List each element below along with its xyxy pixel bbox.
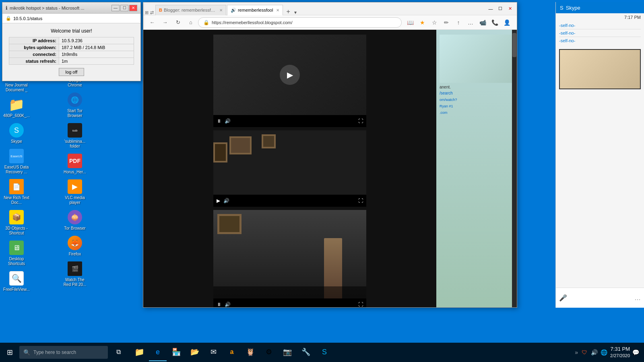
share-icon[interactable]: ↑ bbox=[453, 17, 464, 28]
taskbar-amazon[interactable]: a bbox=[223, 343, 241, 361]
volume-button-1[interactable]: 🔊 bbox=[225, 118, 231, 124]
collections-icon[interactable]: ☆ bbox=[429, 17, 440, 28]
video-screen-3 bbox=[213, 210, 366, 298]
taskbar-skype[interactable]: S bbox=[316, 343, 333, 361]
notes-icon[interactable]: ✏ bbox=[441, 17, 452, 28]
address-bar[interactable]: 🔒 https://rememeberllessfool.blogspot.co… bbox=[198, 17, 402, 28]
phone-icon[interactable]: 📞 bbox=[489, 17, 500, 28]
pause-button-1[interactable]: ⏸ bbox=[217, 118, 221, 124]
icon-firefox[interactable]: 🦊 Firefox bbox=[60, 233, 89, 258]
taskbar-search-box[interactable]: 🔍 bbox=[19, 346, 108, 359]
skype-side-panel: S Skype 7:17 PM -self-no- -self-no- -sel… bbox=[555, 2, 644, 308]
browser-close-button[interactable]: ✕ bbox=[506, 4, 514, 13]
mikrotik-title-text: ℹ mikrotik hotspot > status - Microsoft … bbox=[6, 5, 85, 11]
mikrotik-address-bar[interactable]: 🔒 10.5.0.1/status bbox=[2, 14, 140, 23]
home-button[interactable]: ⌂ bbox=[185, 17, 196, 28]
table-row: connected: 1h9m8s bbox=[9, 51, 134, 58]
sidebar-com-link[interactable]: .com bbox=[440, 111, 514, 115]
icon-vlc[interactable]: ▶ VLC media player bbox=[60, 177, 89, 207]
skype-panel-title: Skype bbox=[566, 5, 580, 11]
fullscreen-button-2[interactable]: ⛶ bbox=[358, 198, 363, 204]
ground-element bbox=[213, 286, 366, 298]
ip-label: IP address: bbox=[9, 37, 59, 44]
notification-icon[interactable]: 💬 bbox=[632, 349, 639, 356]
volume-tray-icon[interactable]: 🔊 bbox=[590, 348, 598, 356]
taskbar-edge[interactable]: e bbox=[149, 343, 167, 361]
tab-blogger-close[interactable]: ✕ bbox=[219, 8, 223, 12]
scrollbar-thumb[interactable] bbox=[512, 33, 516, 57]
skype-mic-icon[interactable]: 🎤 bbox=[559, 294, 567, 302]
icon-easeus[interactable]: EaseUS EaseUS Data Recovery ... bbox=[2, 146, 31, 176]
taskbar-overflow-icon[interactable]: » bbox=[575, 349, 578, 356]
forward-button[interactable]: → bbox=[159, 17, 171, 28]
icon-480p-label: 480P_600K_... bbox=[3, 113, 30, 118]
tab-blogger[interactable]: B Blogger: rememberlessfool ✕ bbox=[155, 5, 226, 15]
icon-horus[interactable]: PDF Horus_Her... bbox=[60, 151, 89, 176]
volume-button-2[interactable]: 🔊 bbox=[223, 198, 229, 204]
taskbar-clock[interactable]: 7:31 PM 2/27/2020 bbox=[610, 346, 630, 359]
refresh-button[interactable]: ↻ bbox=[172, 17, 184, 28]
volume-button-3[interactable]: 🔊 bbox=[225, 302, 231, 307]
settings-icon[interactable]: … bbox=[465, 17, 476, 28]
start-button[interactable]: ⊞ bbox=[0, 343, 19, 362]
icon-480p[interactable]: 📁 480P_600K_... bbox=[2, 95, 31, 120]
icon-tor-browser[interactable]: 🧅 Tor Browser bbox=[60, 208, 89, 232]
mikrotik-close-button[interactable]: ✕ bbox=[129, 5, 137, 11]
logout-button[interactable]: log off bbox=[59, 68, 85, 76]
blog-videos-area: ▶ ⏸ 🔊 ⛶ bbox=[143, 30, 436, 307]
browser-minimize-button[interactable]: — bbox=[486, 4, 495, 13]
icon-skype[interactable]: S Skype bbox=[2, 121, 31, 146]
icon-easeus-label: EaseUS Data Recovery ... bbox=[4, 165, 29, 175]
mikrotik-maximize-button[interactable]: ☐ bbox=[120, 5, 128, 11]
watch-red-pill-icon: 🎬 bbox=[68, 261, 82, 276]
icon-freefileview[interactable]: 🔍 FreeFileView... bbox=[2, 269, 31, 294]
fullscreen-button-1[interactable]: ⛶ bbox=[358, 118, 363, 124]
network-tray-icon[interactable]: 🌐 bbox=[600, 348, 608, 356]
icon-watch-red-pill[interactable]: 🎬 Watch The Red Pill 20... bbox=[60, 259, 89, 289]
tab-rememberlessfool-close[interactable]: ✕ bbox=[276, 8, 279, 12]
taskbar-app11[interactable]: 🔧 bbox=[297, 343, 315, 361]
connected-value: 1h9m8s bbox=[59, 51, 134, 58]
taskbar-apps-area: 📁 e 🏪 📂 ✉ a 🦉 ⚙ 📷 bbox=[127, 343, 336, 361]
tab-list-button[interactable]: ▾ bbox=[293, 10, 298, 15]
icon-start-tor-browser[interactable]: 🌐 Start Tor Browser bbox=[60, 90, 89, 120]
account-icon[interactable]: 👤 bbox=[502, 17, 512, 28]
frame-decor-3 bbox=[213, 142, 227, 162]
sidebar-search-link[interactable]: /search bbox=[440, 91, 514, 95]
sidebar-watch-link[interactable]: om/watch? bbox=[440, 98, 514, 102]
taskbar-app9[interactable]: ⚙ bbox=[260, 343, 278, 361]
desktop-shortcuts-icon: 🖥 bbox=[9, 241, 24, 255]
pause-button-3[interactable]: ⏸ bbox=[217, 302, 221, 307]
favorites-icon[interactable]: ★ bbox=[417, 17, 427, 28]
taskbar-search-input[interactable] bbox=[33, 350, 98, 355]
connected-label: connected: bbox=[9, 51, 59, 58]
taskbar-task-view[interactable]: ⧉ bbox=[109, 343, 127, 361]
taskbar-store[interactable]: 🏪 bbox=[167, 343, 185, 361]
skype-message-1: -self-no- bbox=[559, 23, 641, 28]
taskbar-file-explorer[interactable]: 📁 bbox=[130, 343, 148, 361]
icon-3d-objects[interactable]: 📦 3D Objects - Shortcut bbox=[2, 208, 31, 237]
icon-desktop-shortcuts[interactable]: 🖥 Desktop Shortcuts bbox=[2, 238, 31, 268]
back-button[interactable]: ← bbox=[147, 17, 158, 28]
taskbar-mail[interactable]: ✉ bbox=[204, 343, 222, 361]
icon-sublimina[interactable]: sub 'sublimina... folder bbox=[60, 121, 89, 150]
skype-more-icon[interactable]: … bbox=[634, 294, 641, 302]
play-button-2[interactable]: ▶ bbox=[217, 198, 220, 204]
vertical-scrollbar[interactable] bbox=[512, 30, 517, 307]
icon-rich-text[interactable]: 📄 New Rich Text Doc... bbox=[2, 177, 31, 207]
mikrotik-minimize-button[interactable]: — bbox=[111, 5, 120, 11]
skype-time-display: 7:17 PM bbox=[556, 13, 644, 21]
taskbar-tripadvisor[interactable]: 🦉 bbox=[242, 343, 259, 361]
fullscreen-button-3[interactable]: ⛶ bbox=[358, 302, 363, 307]
taskbar-file-manager[interactable]: 📂 bbox=[186, 343, 204, 361]
reading-view-icon[interactable]: 📖 bbox=[405, 17, 415, 28]
antivirus-tray-icon[interactable]: 🛡 bbox=[580, 348, 588, 356]
skype-icon: S bbox=[9, 123, 24, 138]
tab-rememberlessfool[interactable]: 🔊 rememberlessfool ✕ bbox=[227, 5, 283, 15]
sidebar-ryan-link[interactable]: Ryan #1 bbox=[440, 104, 514, 108]
play-button-1[interactable]: ▶ bbox=[280, 65, 300, 85]
taskbar-camera[interactable]: 📷 bbox=[279, 343, 296, 361]
browser-maximize-button[interactable]: ☐ bbox=[496, 4, 505, 13]
new-tab-button[interactable]: + bbox=[284, 8, 292, 15]
video-call-icon[interactable]: 📹 bbox=[477, 17, 488, 28]
